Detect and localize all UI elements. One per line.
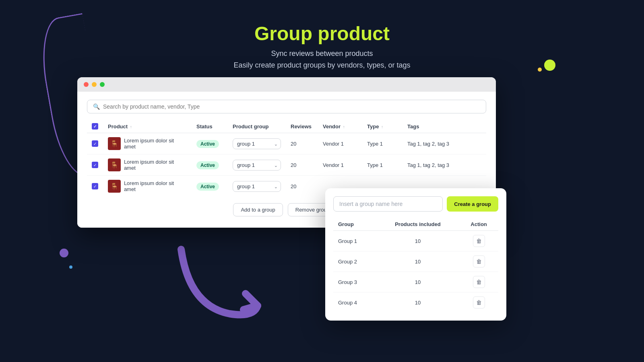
row3-status-badge: Active — [196, 183, 219, 191]
delete-group-button[interactable]: 🗑 — [473, 255, 485, 267]
create-group-row: Create a group — [333, 196, 498, 212]
row2-tags-cell: Tag 1, tag 2, tag 3 — [402, 154, 486, 176]
group-name-cell: Group 2 — [333, 251, 376, 272]
table-row: ✓ 🪑 Lorem ipsum dolor sit amet Active — [87, 133, 486, 154]
row2-status-cell: Active — [192, 154, 228, 176]
row2-type-cell: Type 1 — [362, 154, 402, 176]
row2-reviews-cell: 20 — [286, 154, 318, 176]
row1-group-select[interactable]: group 1 group 2 — [233, 138, 281, 149]
row3-checkbox[interactable]: ✓ — [92, 183, 98, 189]
row2-vendor-cell: Vendor 1 — [318, 154, 362, 176]
delete-group-button[interactable]: 🗑 — [473, 296, 485, 309]
group-products-cell: 10 — [376, 292, 459, 313]
deco-arrow — [157, 225, 270, 338]
row1-vendor-cell: Vendor 1 — [318, 133, 362, 154]
deco-circle-purple — [60, 249, 68, 257]
select-all-checkbox[interactable]: ✓ — [92, 123, 98, 130]
create-group-button[interactable]: Create a group — [447, 196, 498, 212]
group-name-cell: Group 1 — [333, 231, 376, 251]
row3-status-cell: Active — [192, 176, 228, 197]
row2-product-image: 🪑 — [108, 158, 121, 171]
group-products-cell: 10 — [376, 272, 459, 292]
table-row: ✓ 🪑 Lorem ipsum dolor sit amet Active — [87, 154, 486, 176]
traffic-light-yellow[interactable] — [92, 82, 97, 87]
group-action-cell: 🗑 — [459, 272, 498, 292]
groups-col-header-products: Products included — [376, 218, 459, 231]
groups-table: Group Products included Action Group 1 1… — [333, 218, 498, 313]
group-row: Group 4 10 🗑 — [333, 292, 498, 313]
row3-group-select[interactable]: group 1 group 2 — [233, 181, 281, 192]
group-name-cell: Group 3 — [333, 272, 376, 292]
product-table: ✓ Product ↑ Status Product group Reviews — [87, 120, 486, 197]
group-row: Group 2 10 🗑 — [333, 251, 498, 272]
group-action-cell: 🗑 — [459, 231, 498, 251]
row1-group-cell: group 1 group 2 — [228, 133, 286, 154]
row2-status-badge: Active — [196, 161, 219, 169]
col-header-vendor: Vendor ↑ — [318, 120, 362, 133]
traffic-light-red[interactable] — [84, 82, 89, 87]
row1-type-cell: Type 1 — [362, 133, 402, 154]
group-products-cell: 10 — [376, 231, 459, 251]
col-header-status: Status — [192, 120, 228, 133]
col-header-tags: Tags — [402, 120, 486, 133]
row2-group-cell: group 1 group 2 — [228, 154, 286, 176]
col-header-checkbox: ✓ — [87, 120, 103, 133]
type-sort-icon[interactable]: ↑ — [381, 125, 383, 129]
traffic-light-green[interactable] — [100, 82, 105, 87]
table-header-row: ✓ Product ↑ Status Product group Reviews — [87, 120, 486, 133]
group-row: Group 3 10 🗑 — [333, 272, 498, 292]
group-name-cell: Group 4 — [333, 292, 376, 313]
row3-reviews-cell: 20 — [286, 176, 318, 197]
col-header-reviews: Reviews — [286, 120, 318, 133]
delete-group-button[interactable]: 🗑 — [473, 235, 485, 247]
group-action-cell: 🗑 — [459, 292, 498, 313]
row1-tags-cell: Tag 1, tag 2, tag 3 — [402, 133, 486, 154]
row1-reviews-cell: 20 — [286, 133, 318, 154]
page-title: Group product — [0, 23, 644, 45]
row2-checkbox-cell: ✓ — [87, 154, 103, 176]
vendor-sort-icon[interactable]: ↑ — [343, 125, 345, 129]
search-input[interactable] — [103, 103, 480, 110]
group-row: Group 1 10 🗑 — [333, 231, 498, 251]
search-bar: 🔍 — [87, 100, 486, 113]
groups-col-header-action: Action — [459, 218, 498, 231]
row1-status-badge: Active — [196, 140, 219, 148]
group-products-cell: 10 — [376, 251, 459, 272]
product-sort-icon[interactable]: ↑ — [130, 125, 132, 129]
col-header-type: Type ↑ — [362, 120, 402, 133]
group-name-input[interactable] — [333, 196, 443, 212]
deco-dot-blue — [69, 265, 72, 269]
row3-product-image: 🪑 — [108, 180, 121, 193]
group-action-cell: 🗑 — [459, 251, 498, 272]
delete-group-button[interactable]: 🗑 — [473, 276, 485, 288]
row3-product-cell: 🪑 Lorem ipsum dolor sit amet — [103, 176, 192, 197]
row2-checkbox[interactable]: ✓ — [92, 162, 98, 168]
row1-product-cell: 🪑 Lorem ipsum dolor sit amet — [103, 133, 192, 154]
deco-circle-green — [544, 60, 555, 71]
group-panel: Create a group Group Products included A… — [325, 188, 506, 321]
groups-col-header-name: Group — [333, 218, 376, 231]
row1-checkbox-cell: ✓ — [87, 133, 103, 154]
col-header-product: Product ↑ — [103, 120, 192, 133]
groups-header-row: Group Products included Action — [333, 218, 498, 231]
row1-product-image: 🪑 — [108, 137, 121, 150]
row3-checkbox-cell: ✓ — [87, 176, 103, 197]
col-header-group: Product group — [228, 120, 286, 133]
search-icon: 🔍 — [93, 103, 100, 110]
row1-status-cell: Active — [192, 133, 228, 154]
row2-product-cell: 🪑 Lorem ipsum dolor sit amet — [103, 154, 192, 176]
row1-checkbox[interactable]: ✓ — [92, 140, 98, 147]
deco-circle-yellow — [538, 68, 542, 72]
row2-group-select[interactable]: group 1 group 2 — [233, 160, 281, 171]
row3-group-cell: group 1 group 2 — [228, 176, 286, 197]
window-titlebar — [77, 77, 496, 92]
add-to-group-button[interactable]: Add to a group — [233, 203, 283, 216]
